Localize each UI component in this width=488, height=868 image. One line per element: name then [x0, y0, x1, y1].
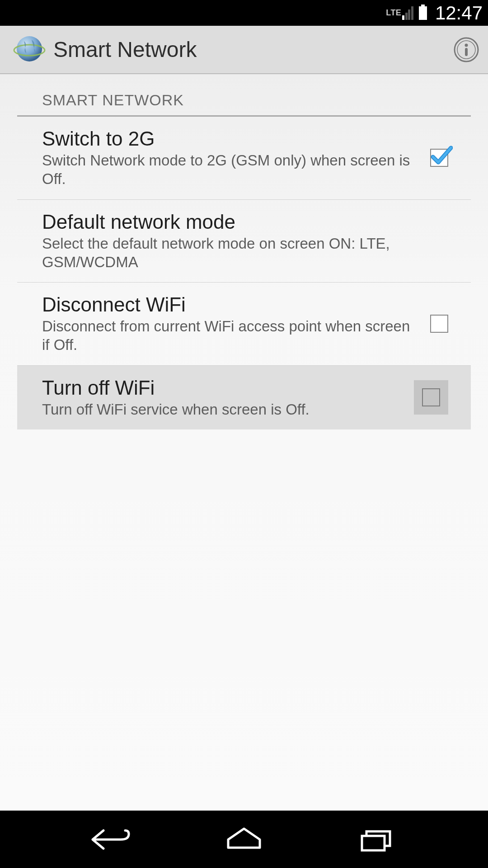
navigation-bar [0, 811, 488, 868]
network-type-label: LTE [386, 8, 401, 18]
item-subtitle: Turn off WiFi service when screen is Off… [42, 400, 403, 419]
item-default-network-mode[interactable]: Default network mode Select the default … [17, 200, 471, 283]
checkbox-turn-off-wifi[interactable] [422, 388, 440, 406]
list-item-text: Disconnect WiFi Disconnect from current … [42, 293, 430, 354]
info-icon [454, 37, 479, 62]
checkbox-disconnect-wifi[interactable] [430, 315, 448, 333]
status-bar: LTE 12:47 [0, 0, 488, 26]
app-title: Smart Network [53, 37, 454, 62]
item-turn-off-wifi[interactable]: Turn off WiFi Turn off WiFi service when… [17, 366, 471, 429]
status-icons: LTE 12:47 [386, 2, 483, 24]
item-title: Turn off WiFi [42, 377, 403, 399]
checkbox-switch-to-2g[interactable] [430, 149, 448, 167]
recents-icon [354, 826, 399, 853]
app-bar: Smart Network [0, 26, 488, 74]
svg-rect-5 [465, 48, 468, 56]
battery-icon [419, 6, 427, 20]
item-title: Disconnect WiFi [42, 293, 419, 316]
back-button[interactable] [84, 821, 139, 858]
list-item-text: Turn off WiFi Turn off WiFi service when… [42, 377, 414, 419]
status-time: 12:47 [435, 2, 483, 24]
home-icon [221, 826, 267, 853]
checkbox-container-disabled [414, 380, 448, 415]
item-disconnect-wifi[interactable]: Disconnect WiFi Disconnect from current … [17, 283, 471, 366]
svg-rect-6 [362, 836, 385, 850]
info-button[interactable] [454, 37, 479, 62]
home-button[interactable] [217, 821, 271, 858]
item-subtitle: Select the default network mode on scree… [42, 234, 437, 272]
svg-point-0 [17, 36, 42, 61]
list-item-text: Default network mode Select the default … [42, 211, 448, 272]
globe-icon [13, 33, 46, 66]
recents-button[interactable] [349, 821, 404, 858]
back-icon [89, 826, 134, 853]
item-subtitle: Disconnect from current WiFi access poin… [42, 317, 419, 354]
main-content: SMART NETWORK Switch to 2G Switch Networ… [0, 74, 488, 811]
item-title: Switch to 2G [42, 127, 419, 150]
item-title: Default network mode [42, 211, 437, 233]
list-item-text: Switch to 2G Switch Network mode to 2G (… [42, 127, 430, 189]
section-header: SMART NETWORK [17, 79, 471, 117]
item-subtitle: Switch Network mode to 2G (GSM only) whe… [42, 151, 419, 189]
signal-icon [402, 6, 413, 20]
item-switch-to-2g[interactable]: Switch to 2G Switch Network mode to 2G (… [17, 117, 471, 200]
svg-point-4 [465, 43, 468, 47]
